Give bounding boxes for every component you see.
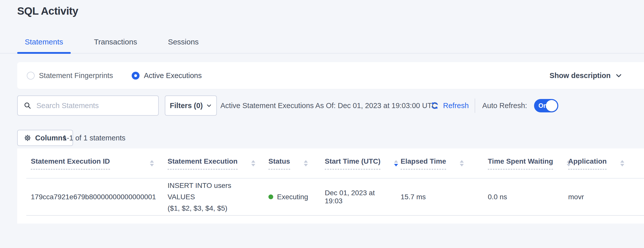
sort-arrows-icon[interactable] bbox=[460, 160, 464, 166]
search-box bbox=[17, 95, 159, 116]
cell-status: Executing bbox=[264, 178, 320, 215]
page-title: SQL Activity bbox=[17, 5, 78, 17]
cell-start-time: Dec 01, 2023 at 19:03 bbox=[320, 178, 396, 215]
radio-statement-fingerprints[interactable]: Statement Fingerprints bbox=[27, 71, 113, 80]
radio-selected-icon[interactable] bbox=[132, 72, 140, 80]
tabbar: Statements Transactions Sessions bbox=[0, 30, 644, 54]
table-row: 179cca7921e679b80000000000000001 INSERT … bbox=[26, 178, 644, 215]
radio-unselected-icon[interactable] bbox=[27, 72, 35, 80]
vertical-divider bbox=[475, 98, 475, 113]
column-header-elapsed-time[interactable]: Elapsed Time bbox=[396, 148, 483, 178]
tab-statements[interactable]: Statements bbox=[17, 38, 71, 53]
tab-transactions[interactable]: Transactions bbox=[86, 38, 145, 53]
cell-statement[interactable]: INSERT INTO users VALUES ($1, $2, $3, $4… bbox=[163, 178, 264, 215]
auto-refresh-label: Auto Refresh: bbox=[482, 102, 527, 110]
column-header-statement-execution[interactable]: Statement Execution bbox=[163, 148, 264, 178]
refresh-icon bbox=[430, 101, 439, 110]
radio-active-executions[interactable]: Active Executions bbox=[132, 71, 202, 80]
toggle-knob[interactable] bbox=[546, 100, 557, 111]
column-header-statement-execution-id[interactable]: Statement Execution ID bbox=[26, 148, 163, 178]
view-mode-card: Statement Fingerprints Active Executions… bbox=[17, 62, 644, 89]
show-description-label: Show description bbox=[549, 71, 611, 80]
sort-arrows-icon-active-desc[interactable] bbox=[394, 160, 398, 166]
show-description-button[interactable]: Show description bbox=[549, 71, 634, 80]
sort-arrows-icon[interactable] bbox=[150, 160, 154, 166]
sort-arrows-icon[interactable] bbox=[620, 160, 624, 166]
result-count: 1-1 of 1 statements bbox=[63, 130, 125, 146]
filters-button[interactable]: Filters (0) bbox=[165, 95, 217, 116]
sort-arrows-icon[interactable] bbox=[251, 160, 255, 166]
cell-time-spent-waiting: 0.0 ns bbox=[483, 178, 564, 215]
auto-refresh-control: Auto Refresh: On bbox=[482, 95, 558, 116]
tab-sessions[interactable]: Sessions bbox=[160, 38, 206, 53]
as-of-timestamp: Active Statement Executions As Of: Dec 0… bbox=[220, 95, 437, 116]
columns-label: Columns bbox=[35, 134, 66, 142]
gear-icon bbox=[24, 134, 31, 142]
statements-table-card: Statement Execution ID Statement Executi… bbox=[17, 148, 644, 224]
radio-label: Statement Fingerprints bbox=[39, 71, 113, 80]
column-header-start-time[interactable]: Start Time (UTC) bbox=[320, 148, 396, 178]
status-dot-icon bbox=[268, 194, 273, 199]
column-header-status[interactable]: Status bbox=[264, 148, 320, 178]
refresh-label: Refresh bbox=[443, 102, 469, 110]
cell-elapsed-time: 15.7 ms bbox=[396, 178, 483, 215]
cell-execution-id[interactable]: 179cca7921e679b80000000000000001 bbox=[26, 178, 163, 215]
column-header-application[interactable]: Application bbox=[564, 148, 644, 178]
search-icon bbox=[24, 102, 31, 109]
chevron-down-icon bbox=[206, 103, 212, 108]
radio-label: Active Executions bbox=[144, 71, 202, 80]
auto-refresh-toggle[interactable]: On bbox=[534, 99, 558, 112]
sql-activity-page: { "page": { "title": "SQL Activity" }, "… bbox=[0, 0, 644, 248]
statements-table: Statement Execution ID Statement Executi… bbox=[26, 148, 644, 216]
search-input[interactable] bbox=[36, 101, 152, 110]
sort-arrows-icon[interactable] bbox=[304, 160, 308, 166]
table-header-row: Statement Execution ID Statement Executi… bbox=[26, 148, 644, 178]
status-label: Executing bbox=[277, 193, 308, 201]
refresh-button[interactable]: Refresh bbox=[430, 95, 469, 116]
chevron-down-icon bbox=[615, 72, 622, 79]
filters-label: Filters (0) bbox=[170, 102, 203, 110]
column-header-time-spent-waiting[interactable]: Time Spent Waiting bbox=[483, 148, 564, 178]
cell-application: movr bbox=[564, 178, 644, 215]
